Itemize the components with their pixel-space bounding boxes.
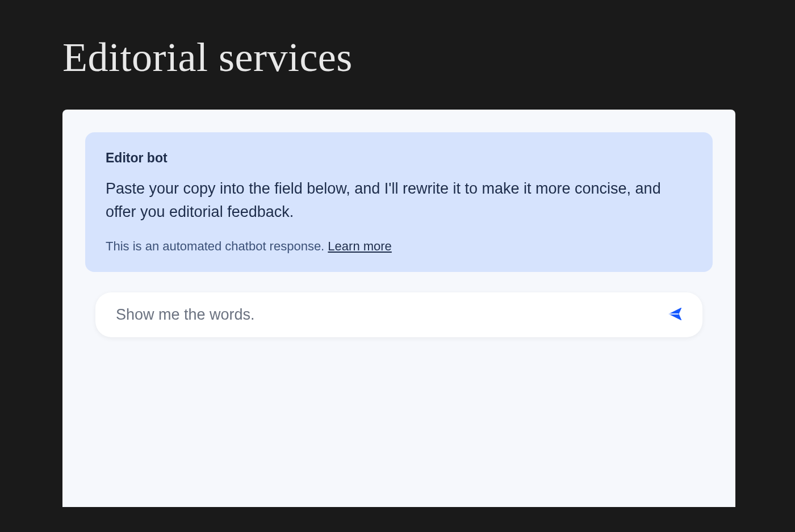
send-icon <box>667 306 683 324</box>
chat-input[interactable] <box>116 306 664 324</box>
bot-disclaimer: This is an automated chatbot response. L… <box>106 239 692 254</box>
learn-more-link[interactable]: Learn more <box>328 239 392 253</box>
chat-panel: Editor bot Paste your copy into the fiel… <box>62 110 735 507</box>
bot-message-card: Editor bot Paste your copy into the fiel… <box>85 132 713 272</box>
chat-input-row <box>95 292 702 337</box>
disclaimer-text: This is an automated chatbot response. <box>106 239 328 253</box>
bot-sender-name: Editor bot <box>106 150 692 166</box>
send-button[interactable] <box>664 303 687 327</box>
page-title: Editorial services <box>0 0 795 110</box>
bot-message-text: Paste your copy into the field below, an… <box>106 177 692 223</box>
